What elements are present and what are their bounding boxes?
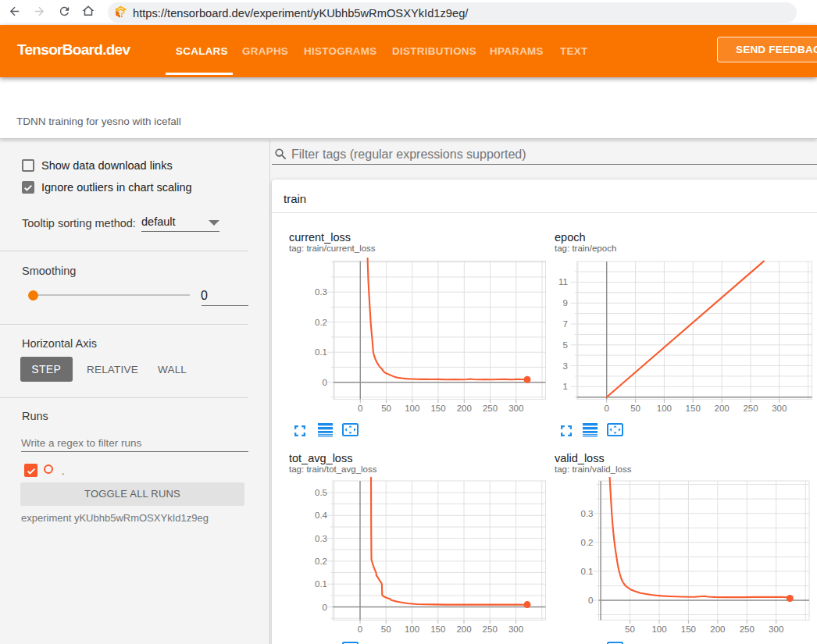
svg-text:0.4: 0.4: [315, 511, 328, 520]
svg-text:0: 0: [358, 404, 362, 413]
svg-text:200: 200: [456, 624, 471, 634]
svg-text:100: 100: [405, 404, 419, 413]
svg-text:0.1: 0.1: [581, 567, 594, 576]
svg-text:0.2: 0.2: [581, 538, 594, 547]
svg-text:200: 200: [710, 624, 725, 634]
svg-text:11: 11: [558, 277, 568, 286]
svg-text:0: 0: [604, 404, 608, 413]
svg-text:5: 5: [563, 340, 568, 350]
svg-text:0.5: 0.5: [315, 488, 327, 497]
svg-text:3: 3: [563, 361, 568, 371]
svg-text:0: 0: [323, 378, 327, 387]
svg-text:0.3: 0.3: [315, 287, 327, 297]
svg-text:0.1: 0.1: [315, 579, 327, 589]
svg-text:0: 0: [358, 624, 362, 634]
svg-text:50: 50: [625, 624, 635, 634]
svg-text:200: 200: [715, 404, 730, 413]
svg-text:0.2: 0.2: [315, 557, 327, 566]
svg-text:250: 250: [743, 404, 758, 413]
svg-text:300: 300: [769, 624, 783, 634]
svg-text:100: 100: [651, 624, 666, 634]
svg-text:250: 250: [740, 624, 755, 634]
svg-text:100: 100: [405, 624, 419, 634]
svg-text:100: 100: [657, 404, 672, 413]
svg-text:250: 250: [483, 404, 498, 413]
svg-text:300: 300: [772, 404, 787, 413]
svg-text:150: 150: [430, 624, 445, 634]
svg-text:250: 250: [483, 624, 498, 634]
svg-text:0: 0: [323, 603, 327, 612]
svg-text:0.1: 0.1: [315, 347, 327, 357]
svg-text:50: 50: [381, 404, 391, 413]
svg-text:9: 9: [563, 298, 568, 308]
svg-text:150: 150: [430, 404, 445, 413]
svg-text:1: 1: [563, 382, 568, 391]
svg-text:150: 150: [681, 624, 696, 634]
svg-text:0.3: 0.3: [581, 509, 594, 518]
svg-text:150: 150: [686, 404, 701, 413]
svg-text:0.3: 0.3: [315, 534, 327, 543]
svg-text:300: 300: [508, 624, 523, 634]
svg-text:7: 7: [563, 319, 568, 329]
svg-text:50: 50: [630, 404, 640, 413]
svg-text:300: 300: [508, 404, 523, 413]
svg-text:0.2: 0.2: [315, 318, 327, 327]
svg-text:50: 50: [381, 624, 391, 634]
svg-text:0: 0: [588, 596, 593, 605]
svg-text:200: 200: [457, 404, 472, 413]
